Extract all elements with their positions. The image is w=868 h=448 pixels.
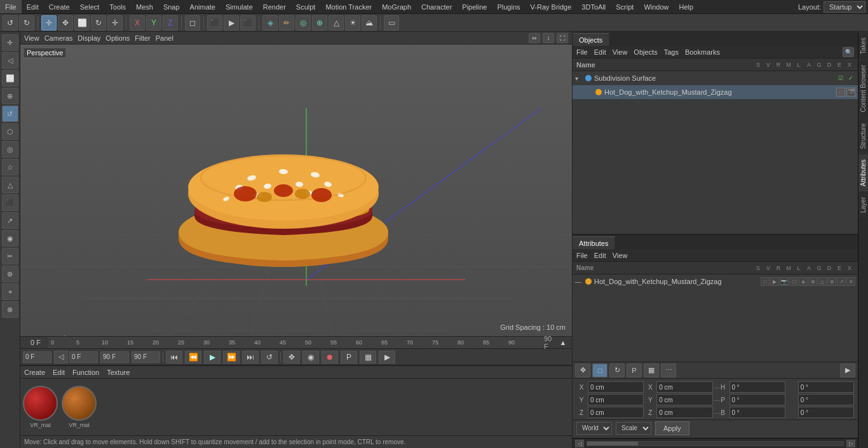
vp-menu-display[interactable]: Display (78, 34, 100, 42)
vp-menu-options[interactable]: Options (105, 34, 130, 42)
coord-expand-btn[interactable]: ▶ (840, 363, 855, 377)
prev-frame-btn[interactable]: ⏪ (185, 351, 201, 363)
floor-button[interactable]: ▭ (384, 15, 399, 31)
coord-z-pos[interactable] (588, 407, 644, 418)
sidebar-tool3[interactable]: ⬜ (2, 70, 18, 86)
scale-select[interactable]: Scale (616, 422, 651, 435)
timeline-expand-btn[interactable]: ▲ (557, 339, 569, 346)
sidebar-tool15[interactable]: ⌖ (2, 283, 18, 300)
sidebar-tool7[interactable]: ◎ (2, 141, 18, 158)
scroll-right-arrow[interactable]: ▷ (846, 440, 855, 447)
transform-tool-button[interactable]: ✛ (107, 15, 123, 31)
coord-dots-btn[interactable]: ⋯ (661, 363, 676, 377)
vp-btn1[interactable]: ⇔ (529, 33, 540, 43)
material-ball-red[interactable] (23, 386, 58, 421)
sidebar-tool6[interactable]: ⬡ (2, 123, 18, 140)
vp-menu-cameras[interactable]: Cameras (44, 34, 73, 42)
attr-row-hotdog[interactable]: — Hot_Dog_with_Ketchup_Mustard_Zigzag □ … (573, 275, 858, 288)
obj-item-hotdog[interactable]: Hot_Dog_with_Ketchup_Mustard_Zigzag □ 🎬 (573, 85, 858, 99)
obj-menu-objects[interactable]: Objects (634, 48, 657, 56)
frame-start-input[interactable] (23, 351, 51, 363)
auto-key-btn[interactable]: P (341, 351, 357, 363)
obj-menu-file[interactable]: File (576, 48, 588, 56)
sidebar-tool11[interactable]: ↗ (2, 212, 18, 229)
attr-menu-edit[interactable]: Edit (594, 252, 606, 259)
go-end-btn[interactable]: ⏭ (242, 351, 259, 363)
obj-search-btn[interactable]: 🔍 (843, 47, 854, 57)
menu-item-help[interactable]: Help (674, 0, 699, 13)
coord-grid-btn[interactable]: ▦ (644, 363, 659, 377)
vtab-attributes[interactable]: Attributes (858, 154, 868, 191)
coord-x-pos[interactable] (588, 381, 644, 393)
attr-menu-file[interactable]: File (576, 252, 588, 259)
material-ball-orange[interactable] (62, 386, 97, 421)
x-axis-button[interactable]: X (130, 15, 145, 31)
coord-x-size[interactable] (656, 381, 712, 393)
obj-menu-edit[interactable]: Edit (594, 48, 606, 56)
cube-tool-button[interactable]: ◈ (262, 15, 278, 31)
menu-item-render[interactable]: Render (258, 0, 291, 13)
coord-y-size[interactable] (656, 394, 712, 405)
sidebar-tool12[interactable]: ◉ (2, 230, 18, 247)
sidebar-tool8[interactable]: ☆ (2, 159, 18, 175)
timeline-ruler[interactable]: 0 5 10 15 20 25 30 35 40 45 50 55 60 65 … (48, 337, 544, 348)
sidebar-move[interactable]: ◁ (2, 52, 18, 69)
viewport[interactable]: x y (20, 44, 572, 336)
tab-objects[interactable]: Objects (573, 33, 609, 46)
mat-menu-function[interactable]: Function (72, 369, 99, 376)
menu-item-mesh[interactable]: Mesh (131, 0, 158, 13)
play-btn[interactable]: ▶ (204, 351, 220, 363)
mat-menu-texture[interactable]: Texture (107, 369, 130, 376)
object-mode-button[interactable]: ◻ (185, 15, 200, 31)
menu-item-tools[interactable]: Tools (104, 0, 131, 13)
select-tool-button[interactable]: ✛ (41, 15, 57, 31)
coord-p-btn[interactable]: P (627, 363, 642, 377)
menu-item-snap[interactable]: Snap (158, 0, 185, 13)
sidebar-tool13[interactable]: ✂ (2, 248, 18, 264)
vtab-layer[interactable]: Layer (858, 191, 868, 218)
record-btn[interactable]: ⏺ (322, 351, 338, 363)
coord-rotate-btn[interactable]: ↻ (609, 363, 625, 377)
menu-item-window[interactable]: Window (639, 0, 674, 13)
frame-back-step-btn[interactable]: ◁ (54, 351, 68, 363)
frame-end2-input[interactable] (132, 351, 160, 363)
undo-button[interactable]: ↺ (3, 15, 18, 31)
menu-item-edit[interactable]: Edit (22, 0, 44, 13)
scroll-left-arrow[interactable]: ◁ (575, 440, 584, 447)
sidebar-tool4[interactable]: ⊕ (2, 88, 18, 104)
motion-btn[interactable]: ▶ (379, 351, 395, 363)
vp-menu-filter[interactable]: Filter (135, 34, 150, 42)
attr-menu-view[interactable]: View (613, 252, 628, 259)
coord-b-rot[interactable] (729, 407, 785, 418)
menu-item-pipeline[interactable]: Pipeline (457, 0, 492, 13)
deformer-tool-button[interactable]: ⊕ (312, 15, 327, 31)
coord-b2[interactable] (798, 407, 854, 418)
mat-menu-create[interactable]: Create (24, 369, 45, 376)
render-project-button[interactable]: ⬛ (240, 15, 255, 31)
vtab-structure[interactable]: Structure (858, 118, 868, 154)
menu-item-plugins[interactable]: Plugins (492, 0, 525, 13)
nurbs-tool-button[interactable]: ◎ (295, 15, 311, 31)
z-axis-button[interactable]: Z (163, 15, 178, 31)
scroll-track[interactable] (587, 441, 844, 446)
menu-item-motion-tracker[interactable]: Motion Tracker (320, 0, 377, 13)
landscape-tool-button[interactable]: ⛰ (362, 15, 377, 31)
coord-p-rot[interactable] (729, 394, 785, 405)
spline-tool-button[interactable]: ✏ (279, 15, 294, 31)
coord-h-rot[interactable] (729, 381, 785, 393)
move-tool2-btn[interactable]: ✥ (283, 351, 300, 363)
camera-tool-button[interactable]: △ (329, 15, 344, 31)
material-item-1[interactable]: VR_mat (23, 386, 58, 428)
vtab-takes[interactable]: Takes (858, 32, 868, 59)
menu-item-vray[interactable]: V-Ray Bridge (526, 0, 577, 13)
material-item-2[interactable]: VR_mat (62, 386, 97, 428)
obj-menu-view[interactable]: View (613, 48, 628, 56)
menu-item-simulate[interactable]: Simulate (220, 0, 258, 13)
vp-btn3[interactable]: ⛶ (557, 33, 568, 43)
vp-menu-panel[interactable]: Panel (156, 34, 173, 42)
redo-button[interactable]: ↻ (19, 15, 34, 31)
expand-icon[interactable]: ▾ (575, 75, 583, 82)
sidebar-tool5[interactable]: ↺ (2, 105, 18, 122)
coord-move-btn[interactable]: ✥ (575, 363, 590, 377)
menu-item-sculpt[interactable]: Sculpt (291, 0, 321, 13)
